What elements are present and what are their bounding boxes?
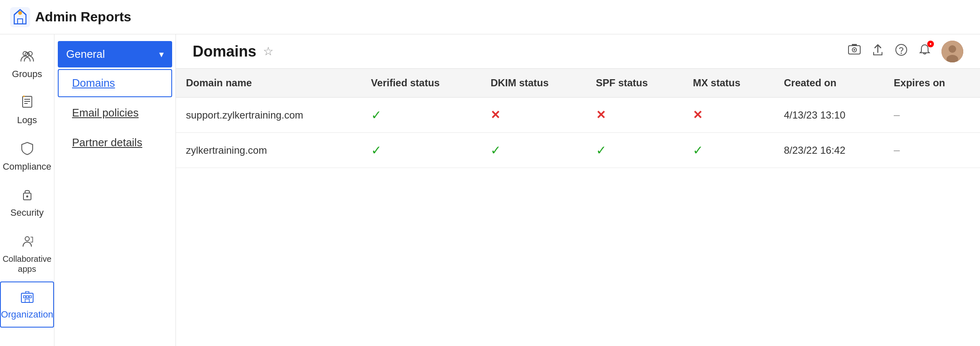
created-on-cell: 4/13/23 13:10 [774,98,884,133]
svg-rect-21 [852,44,857,46]
content-title-area: Domains ☆ [193,43,273,60]
collaborative-apps-icon [20,234,34,251]
expires-on-cell: – [884,98,980,133]
col-header-expires-on: Expires on [884,69,980,98]
check-icon: ✓ [490,143,501,157]
svg-point-20 [854,49,855,51]
sidebar-item-compliance-label: Compliance [3,161,51,172]
svg-point-12 [25,237,29,241]
header-actions: • [848,41,963,62]
icon-nav: Groups Logs Compliance [0,34,54,346]
svg-point-11 [26,196,28,198]
domains-table-area: Domain name Verified status DKIM status … [176,69,980,346]
app-title: Admin Reports [35,9,131,25]
spf-status-cell: ✕ [586,98,683,133]
table-row: zylkertraining.com ✓ ✓ ✓ ✓ 8/23/22 16:42… [176,133,980,168]
sub-nav-section-header[interactable]: General ▾ [58,41,172,67]
chevron-down-icon: ▾ [159,49,164,60]
svg-rect-16 [29,296,31,298]
svg-rect-15 [26,296,28,298]
sidebar-item-organization[interactable]: Organization [0,281,54,328]
sidebar-item-groups[interactable]: Groups [0,41,54,87]
avatar-image [941,41,963,62]
sidebar-item-groups-label: Groups [12,69,42,80]
cross-icon: ✕ [693,108,702,121]
col-header-verified-status: Verified status [361,69,481,98]
check-icon: ✓ [371,108,382,122]
notification-badge: • [927,41,934,47]
svg-point-1 [18,11,22,15]
sub-nav-section-label: General [66,48,105,61]
dkim-status-cell: ✓ [480,133,585,168]
domain-name-cell: support.zylkertraining.com [176,98,361,133]
favorite-star-icon[interactable]: ☆ [263,44,273,58]
sidebar-item-compliance[interactable]: Compliance [0,134,54,180]
verified-status-cell: ✓ [361,98,481,133]
table-header-row: Domain name Verified status DKIM status … [176,69,980,98]
mx-status-cell: ✓ [683,133,774,168]
col-header-created-on: Created on [774,69,884,98]
sidebar-item-security[interactable]: Security [0,180,54,226]
sub-nav-item-domains[interactable]: Domains [58,69,172,97]
col-header-dkim-status: DKIM status [480,69,585,98]
svg-point-25 [949,45,956,53]
sub-nav-item-email-policies[interactable]: Email policies [58,99,172,127]
mx-status-cell: ✕ [683,98,774,133]
col-header-mx-status: MX status [683,69,774,98]
logs-icon [20,95,34,112]
sub-nav-section-general: General ▾ Domains Email policies Partner… [54,41,175,157]
groups-icon [20,49,34,66]
col-header-spf-status: SPF status [586,69,683,98]
verified-status-cell: ✓ [361,133,481,168]
expires-on-cell: – [884,133,980,168]
sidebar-item-organization-label: Organization [1,309,53,320]
avatar[interactable] [941,41,963,62]
sub-nav-item-partner-details[interactable]: Partner details [58,129,172,157]
sidebar-item-collaborative-apps[interactable]: Collaborative apps [0,226,54,281]
app-header: Admin Reports [0,0,980,34]
cross-icon: ✕ [596,108,606,121]
main-layout: Groups Logs Compliance [0,34,980,346]
dkim-status-cell: ✕ [480,98,585,133]
check-icon: ✓ [693,143,703,157]
svg-point-9 [23,96,25,97]
app-logo-icon [10,7,30,27]
svg-point-23 [901,52,902,54]
table-row: support.zylkertraining.com ✓ ✕ ✕ ✕ 4/13/… [176,98,980,133]
svg-rect-14 [23,296,26,298]
sidebar-item-logs[interactable]: Logs [0,87,54,133]
content-header: Domains ☆ [176,34,980,69]
created-on-cell: 8/23/22 16:42 [774,133,884,168]
notifications-icon[interactable]: • [918,43,931,60]
svg-rect-17 [25,299,29,302]
check-icon: ✓ [371,143,382,157]
compliance-icon [20,141,34,159]
sidebar-item-logs-label: Logs [17,115,37,126]
domain-name-cell: zylkertraining.com [176,133,361,168]
organization-icon [20,289,34,307]
help-icon[interactable] [895,43,908,60]
check-icon: ✓ [596,143,606,157]
logo-area: Admin Reports [10,7,131,27]
col-header-domain-name: Domain name [176,69,361,98]
screenshot-icon[interactable] [848,43,861,60]
page-title: Domains [193,43,256,60]
cross-icon: ✕ [490,108,500,121]
sidebar-item-collaborative-apps-label: Collaborative apps [3,254,52,274]
spf-status-cell: ✓ [586,133,683,168]
upload-icon[interactable] [871,43,885,60]
sub-nav: General ▾ Domains Email policies Partner… [54,34,176,346]
domains-table: Domain name Verified status DKIM status … [176,69,980,168]
sidebar-item-security-label: Security [10,207,44,218]
security-icon [20,187,34,205]
content-area: Domains ☆ [176,34,980,346]
